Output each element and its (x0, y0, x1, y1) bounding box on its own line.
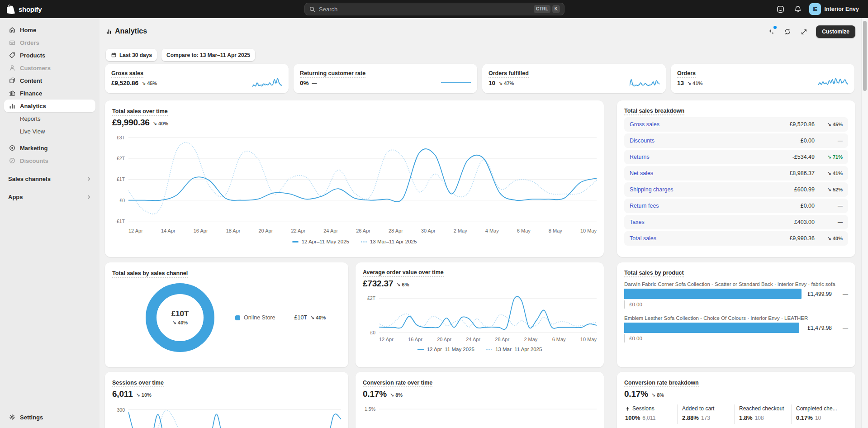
funnel-count: 10 (815, 415, 821, 421)
store-account-button[interactable]: IE Interior Envy (808, 2, 862, 16)
finance-icon (8, 90, 16, 97)
scrollbar-thumb[interactable] (863, 21, 867, 91)
card-change: ↘ 6% (396, 282, 409, 288)
line-chart: 1.5% (363, 403, 597, 428)
metric-card-orders-fulfilled[interactable]: Orders fulfilled 10↘ 47% (482, 64, 666, 93)
sidebar-section-sales-channels[interactable]: Sales channels (4, 172, 95, 185)
breakdown-metric-link[interactable]: Discounts (630, 138, 801, 144)
card-title: Sessions over time (112, 380, 164, 386)
shopify-logo[interactable]: shopify (0, 5, 42, 14)
card-title: Total sales by product (624, 270, 684, 276)
chevron-right-icon (86, 176, 91, 181)
funnel-column-added-to-cart: Added to cart 2.88%173 (677, 404, 734, 424)
metric-change: ↘ 45% (142, 81, 157, 86)
compare-to-button[interactable]: Compare to: 13 Mar–11 Apr 2025 (161, 49, 255, 61)
metric-title: Orders fulfilled (489, 70, 529, 76)
sidebar-item-orders[interactable]: Orders (4, 36, 95, 49)
search-placeholder: Search (319, 6, 531, 13)
metric-card-returning-customer-rate[interactable]: Returning customer rate 0%— (294, 64, 477, 93)
sidebar-item-content[interactable]: Content (4, 74, 95, 87)
sparkline-chart (818, 77, 848, 88)
card-value: 0.17% (624, 389, 648, 399)
sidebar-item-label: Analytics (20, 103, 46, 109)
funnel-pct: 1.8% (739, 414, 753, 421)
x-axis: 12 Apr14 Apr16 Apr18 Apr20 Apr22 Apr24 A… (128, 228, 597, 233)
breakdown-metric-link[interactable]: Net sales (630, 170, 789, 176)
breakdown-metric-link[interactable]: Gross sales (630, 121, 789, 128)
filter-bar: Last 30 days Compare to: 13 Mar–11 Apr 2… (106, 49, 255, 61)
breakdown-change: ↘ 52% (821, 187, 843, 193)
date-range-button[interactable]: Last 30 days (106, 49, 157, 61)
channel-change: ↘ 40% (310, 315, 326, 321)
page-header: Analytics (106, 27, 147, 35)
breakdown-metric-link[interactable]: Shipping charges (630, 186, 794, 193)
breakdown-value: £9,520.86 (789, 121, 815, 128)
customize-button[interactable]: Customize (816, 25, 855, 38)
legend-dotted-swatch (361, 241, 367, 243)
breakdown-value: £9,990.36 (789, 235, 815, 242)
breakdown-metric-link[interactable]: Return fees (630, 203, 801, 209)
sidebar-item-marketing[interactable]: Marketing (4, 142, 95, 154)
search-input[interactable]: Search CTRL K (304, 3, 564, 15)
sidebar-section-apps[interactable]: Apps (4, 190, 95, 203)
expand-fullscreen-button[interactable] (797, 25, 811, 38)
content-icon (8, 77, 16, 84)
marketing-icon (8, 144, 16, 152)
inbox-icon-button[interactable] (774, 3, 787, 15)
bar-track (624, 323, 803, 333)
sparkline-chart (441, 77, 471, 88)
product-bar-group: Darwin Fabric Corner Sofa Collection - S… (624, 281, 848, 309)
breakdown-change: — (821, 219, 843, 225)
card-change: ↘ 8% (390, 392, 403, 398)
metric-card-gross-sales[interactable]: Gross sales £9,520.86↘ 45% (105, 64, 289, 93)
funnel-pct: 0.17% (796, 414, 813, 421)
sidebar-item-label: Discounts (20, 157, 48, 164)
metric-card-orders[interactable]: Orders 13↘ 41% (671, 64, 854, 93)
card-value: £732.37 (363, 279, 393, 289)
breakdown-row: Net sales£8,986.37↘ 41% (624, 166, 848, 181)
breakdown-metric-link[interactable]: Taxes (630, 219, 794, 225)
product-bar[interactable] (624, 323, 799, 333)
legend-current: 12 Apr–11 May 2025 (417, 347, 474, 352)
metric-value: 13 (677, 80, 684, 86)
metric-change: ↘ 41% (687, 81, 702, 86)
legend-solid-swatch (417, 349, 424, 350)
sidebar-item-reports[interactable]: Reports (4, 112, 95, 125)
sidebar: Home Orders Products Customers Content F… (0, 18, 100, 428)
metric-change: — (312, 81, 317, 86)
breakdown-metric-link[interactable]: Total sales (630, 235, 789, 242)
breakdown-metric-link[interactable]: Returns (630, 154, 792, 160)
sidebar-item-home[interactable]: Home (4, 24, 95, 36)
breakdown-row: Total sales£9,990.36↘ 40% (624, 231, 848, 246)
metric-title: Orders (677, 70, 696, 76)
breakdown-rows: Gross sales£9,520.86↘ 45% Discounts£0.00… (624, 117, 848, 246)
sidebar-item-products[interactable]: Products (4, 49, 95, 62)
sidebar-item-settings[interactable]: Settings (4, 411, 95, 423)
funnel-count: 173 (701, 415, 710, 421)
customers-icon (8, 64, 16, 71)
sidekick-sparkle-button[interactable] (764, 25, 778, 38)
donut-ring: £10T ↘ 40% (146, 283, 214, 352)
legend-compare: 13 Mar–11 Apr 2025 (361, 239, 417, 244)
metric-title: Returning customer rate (300, 70, 365, 76)
card-value: £9,990.36 (112, 118, 150, 128)
line-chart: £2T£0 (363, 292, 597, 334)
search-shortcut: CTRL K (534, 5, 560, 13)
notifications-bell-button[interactable] (791, 3, 805, 15)
refresh-icon-button[interactable] (781, 25, 794, 38)
card-title: Total sales breakdown (624, 108, 684, 114)
sidebar-item-customers[interactable]: Customers (4, 62, 95, 74)
product-bar[interactable] (624, 289, 802, 299)
breakdown-row: Discounts£0.00— (624, 133, 848, 148)
sidebar-item-finance[interactable]: Finance (4, 87, 95, 100)
total-sales-by-product-card: Total sales by product Darwin Fabric Cor… (617, 262, 855, 367)
sidebar-item-label: Products (20, 52, 45, 59)
sidebar-item-live-view[interactable]: Live View (4, 125, 95, 138)
plot-area (128, 131, 597, 225)
breakdown-change: ↘ 41% (821, 171, 843, 176)
sidebar-item-analytics[interactable]: Analytics (4, 100, 95, 112)
sidebar-item-discounts[interactable]: Discounts (4, 154, 95, 167)
product-compare-value: £0.00 (624, 334, 848, 342)
card-value: 0.17% (363, 389, 387, 399)
store-name: Interior Envy (825, 6, 859, 12)
